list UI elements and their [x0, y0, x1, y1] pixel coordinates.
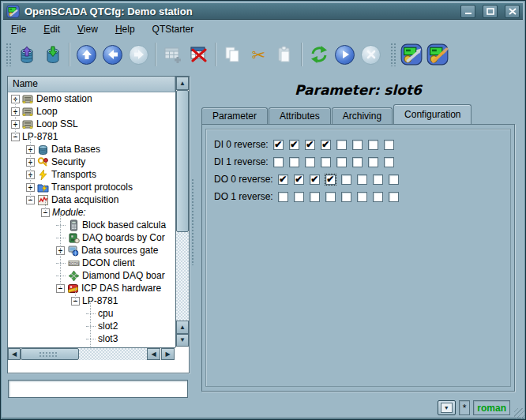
checkbox[interactable]: [352, 157, 363, 167]
checkbox[interactable]: [305, 157, 315, 167]
toolbar-drag-handle[interactable]: [6, 43, 11, 66]
cut-button[interactable]: ✂: [246, 41, 272, 68]
checkbox[interactable]: ✔: [310, 174, 320, 185]
back-button[interactable]: [100, 41, 126, 68]
checkbox[interactable]: [368, 157, 378, 167]
checkbox[interactable]: [389, 192, 399, 202]
status-dropdown[interactable]: ▼: [438, 400, 456, 415]
panel-splitter[interactable]: [190, 76, 194, 402]
checkbox[interactable]: ✔: [325, 174, 336, 185]
copy-button[interactable]: [220, 41, 246, 68]
tab-configuration[interactable]: Configuration: [393, 104, 472, 124]
scroll-up-icon[interactable]: ▲: [176, 77, 189, 90]
save-to-db-button[interactable]: [39, 41, 66, 68]
load-from-db-button[interactable]: [13, 41, 39, 68]
checkbox[interactable]: ✔: [289, 140, 299, 150]
checkbox[interactable]: [321, 157, 331, 167]
checkbox[interactable]: [341, 174, 351, 185]
resize-grip[interactable]: [514, 408, 524, 418]
tree-item[interactable]: +Demo station: [8, 92, 175, 105]
menu-qtstarter[interactable]: QTStarter: [152, 24, 194, 35]
tab-archiving[interactable]: Archiving: [332, 107, 393, 124]
scroll-left-icon[interactable]: ◀: [8, 348, 21, 360]
tree-item[interactable]: DCONDCON client: [8, 257, 175, 269]
checkbox[interactable]: ✔: [294, 174, 304, 185]
tab-parameter[interactable]: Parameter: [201, 107, 268, 124]
vertical-scrollbar-track[interactable]: [176, 232, 189, 321]
checkbox[interactable]: [341, 192, 351, 202]
tree-item[interactable]: +Loop: [8, 105, 175, 118]
checkbox[interactable]: [357, 174, 367, 185]
checkbox[interactable]: [389, 174, 399, 185]
tree-item[interactable]: +Loop SSL: [8, 118, 175, 130]
add-item-button[interactable]: [160, 41, 186, 68]
checkbox[interactable]: [278, 192, 288, 202]
checkbox[interactable]: [373, 192, 383, 202]
delete-item-button[interactable]: [186, 41, 212, 68]
tree-column-header[interactable]: Name: [8, 77, 175, 92]
tree-item[interactable]: slot3: [8, 332, 175, 345]
menu-edit[interactable]: Edit: [43, 24, 60, 35]
minimize-button[interactable]: [460, 5, 475, 18]
checkbox[interactable]: ✔: [321, 140, 331, 150]
tree-item[interactable]: −LP-8781: [8, 294, 175, 307]
scroll-left-icon[interactable]: ◀: [147, 348, 160, 360]
checkbox[interactable]: [357, 192, 367, 202]
horizontal-scrollbar[interactable]: ◀ ◀ ▶: [8, 347, 175, 360]
maximize-button[interactable]: [483, 5, 498, 18]
vertical-scrollbar-thumb[interactable]: [176, 90, 189, 232]
scroll-down-icon[interactable]: ▼: [176, 334, 189, 347]
checkbox[interactable]: [336, 140, 347, 150]
menu-help[interactable]: Help: [115, 24, 135, 35]
checkbox[interactable]: ✔: [273, 140, 284, 150]
tree-item[interactable]: −Module:: [8, 206, 175, 219]
tree-item[interactable]: −Data acquisition: [8, 193, 175, 206]
checkbox[interactable]: [384, 140, 394, 150]
horizontal-scrollbar-thumb[interactable]: [21, 348, 79, 360]
tree-item[interactable]: slot2: [8, 320, 175, 332]
tree-item[interactable]: Block based calcula: [8, 219, 175, 231]
checkbox[interactable]: [352, 140, 363, 150]
checkbox[interactable]: [310, 192, 320, 202]
menu-file[interactable]: File: [11, 24, 26, 35]
toolbar-drag-handle[interactable]: [390, 43, 396, 66]
scroll-right-icon[interactable]: ▶: [161, 348, 175, 360]
tree-item[interactable]: DAQ boards by Cor: [8, 231, 175, 244]
checkbox[interactable]: [384, 157, 394, 167]
menu-view[interactable]: View: [77, 24, 98, 35]
paste-button[interactable]: [272, 41, 298, 68]
current-user-badge[interactable]: roman: [473, 400, 510, 415]
tree-item[interactable]: +Security: [8, 156, 175, 168]
checkbox[interactable]: [273, 157, 284, 167]
tree-filter-input[interactable]: [8, 380, 188, 398]
tree-item[interactable]: −ICP DAS hardware: [8, 282, 175, 294]
tree-item[interactable]: +Data Bases: [8, 143, 175, 156]
refresh-button[interactable]: [306, 41, 332, 68]
tree-item[interactable]: +Data sources gate: [8, 244, 175, 257]
tree-item[interactable]: +Transports: [8, 168, 175, 181]
checkbox[interactable]: ✔: [305, 140, 315, 150]
checkbox[interactable]: [294, 192, 304, 202]
tree-item[interactable]: −LP-8781: [8, 130, 175, 143]
up-button[interactable]: [73, 41, 100, 68]
start-button[interactable]: [332, 41, 358, 68]
checkbox[interactable]: [325, 192, 336, 202]
maximize-icon: [487, 8, 494, 15]
vertical-scrollbar[interactable]: ▲ ▲ ▼: [175, 77, 189, 347]
tree-item[interactable]: cpu: [8, 307, 175, 320]
forward-button[interactable]: [126, 41, 152, 68]
scroll-up-icon[interactable]: ▲: [176, 321, 189, 334]
tree-item[interactable]: +Transport protocols: [8, 181, 175, 193]
close-button[interactable]: [505, 5, 520, 18]
qtstarter-vision-button[interactable]: [424, 41, 450, 68]
checkbox[interactable]: ✔: [278, 174, 288, 185]
horizontal-scrollbar-track[interactable]: [79, 348, 147, 360]
checkbox[interactable]: [336, 157, 347, 167]
checkbox[interactable]: [289, 157, 299, 167]
stop-button[interactable]: [358, 41, 384, 68]
tab-attributes[interactable]: Attributes: [269, 107, 331, 124]
checkbox[interactable]: [368, 140, 378, 150]
checkbox[interactable]: [373, 174, 383, 185]
qtstarter-configurator-button[interactable]: [398, 41, 424, 68]
tree-item[interactable]: Diamond DAQ boar: [8, 269, 175, 282]
